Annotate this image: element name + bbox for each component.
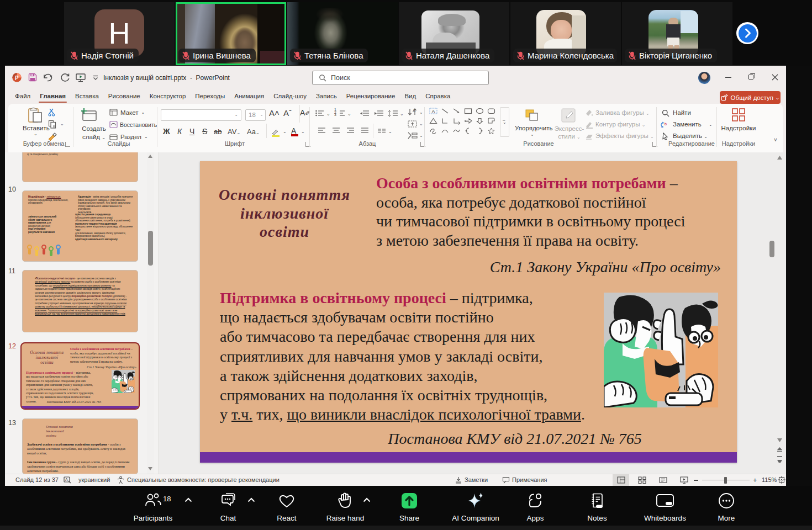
svg-text:А: А [65, 478, 68, 481]
svg-text:c: c [661, 125, 663, 129]
svg-text:b: b [665, 122, 667, 126]
svg-text:A: A [432, 109, 435, 114]
svg-text:P: P [15, 75, 19, 81]
